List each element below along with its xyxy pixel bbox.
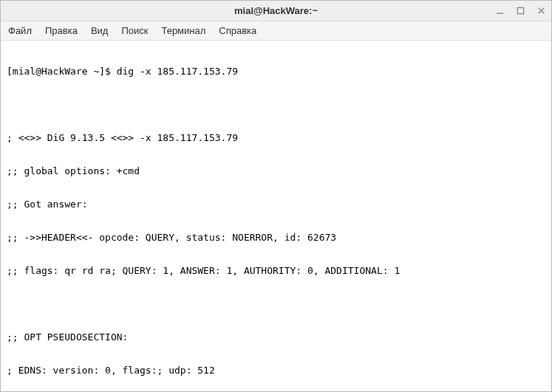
menu-edit[interactable]: Правка: [45, 25, 78, 36]
terminal-output[interactable]: [mial@HackWare ~]$ dig -x 185.117.153.79…: [1, 41, 551, 391]
svg-rect-1: [517, 7, 523, 13]
output-line: ;; flags: qr rd ra; QUERY: 1, ANSWER: 1,…: [7, 265, 545, 276]
menubar: Файл Правка Вид Поиск Терминал Справка: [1, 21, 551, 41]
prompt: [mial@HackWare ~]$: [7, 66, 117, 77]
menu-search[interactable]: Поиск: [121, 25, 148, 36]
menu-terminal[interactable]: Терминал: [161, 25, 205, 36]
output-line: ;; global options: +cmd: [7, 165, 545, 176]
prompt-line: [mial@HackWare ~]$ dig -x 185.117.153.79: [7, 66, 545, 77]
close-button[interactable]: [535, 5, 547, 17]
command: dig -x 185.117.153.79: [117, 66, 238, 77]
terminal-window: mial@HackWare:~ Файл Правка Вид Поиск Те…: [0, 0, 552, 392]
menu-help[interactable]: Справка: [219, 25, 256, 36]
titlebar[interactable]: mial@HackWare:~: [1, 1, 551, 21]
output-line: ;; ->>HEADER<<- opcode: QUERY, status: N…: [7, 232, 545, 243]
output-line: ;; Got answer:: [7, 199, 545, 210]
maximize-button[interactable]: [514, 5, 526, 17]
output-line: [7, 99, 545, 110]
window-controls: [494, 5, 547, 17]
window-title: mial@HackWare:~: [1, 5, 551, 16]
menu-file[interactable]: Файл: [8, 25, 32, 36]
output-line: ;; OPT PSEUDOSECTION:: [7, 331, 545, 343]
output-line: [7, 298, 545, 309]
output-line: ; EDNS: version: 0, flags:; udp: 512: [7, 365, 545, 376]
menu-view[interactable]: Вид: [91, 25, 109, 36]
minimize-button[interactable]: [494, 5, 505, 17]
output-line: ; <<>> DiG 9.13.5 <<>> -x 185.117.153.79: [7, 132, 545, 143]
